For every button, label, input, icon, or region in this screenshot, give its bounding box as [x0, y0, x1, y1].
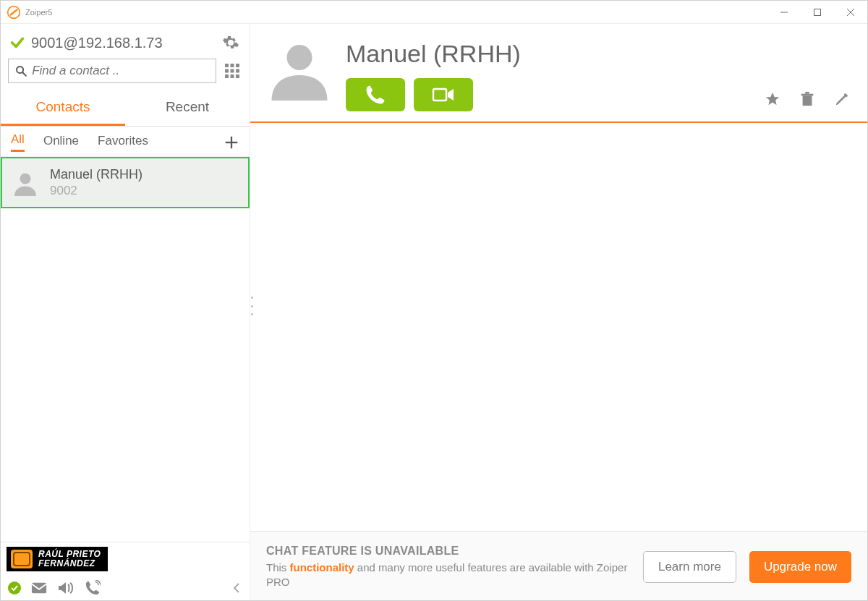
search-icon	[14, 64, 27, 78]
mail-icon[interactable]	[31, 581, 47, 594]
svg-rect-14	[231, 74, 234, 78]
svg-rect-2	[814, 9, 821, 15]
maximize-button[interactable]	[801, 1, 834, 24]
collapse-icon[interactable]	[231, 582, 242, 594]
plus-icon	[224, 135, 239, 150]
badge-line2: FERNÁNDEZ	[38, 559, 101, 568]
svg-point-20	[287, 45, 312, 70]
subtab-online[interactable]: Online	[43, 134, 79, 151]
svg-point-18	[20, 173, 31, 184]
dialpad-icon	[224, 62, 241, 80]
titlebar: Zoiper5	[1, 1, 867, 24]
tab-contacts[interactable]: Contacts	[1, 90, 125, 126]
contact-item[interactable]: Manuel (RRHH) 9002	[1, 157, 250, 208]
video-icon	[432, 86, 455, 103]
contact-detail-name: Manuel (RRHH)	[346, 40, 749, 68]
svg-rect-8	[231, 64, 234, 67]
edit-icon[interactable]	[834, 91, 850, 107]
add-contact-button[interactable]	[224, 135, 239, 150]
svg-rect-21	[433, 89, 446, 101]
svg-line-6	[22, 72, 26, 76]
upgrade-banner: CHAT FEATURE IS UNAVAILABLE This functio…	[250, 531, 867, 601]
favorite-icon[interactable]	[765, 91, 780, 107]
minimize-button[interactable]	[767, 1, 801, 24]
banner-title: CHAT FEATURE IS UNAVAILABLE	[266, 545, 630, 558]
account-online-icon	[9, 35, 25, 51]
svg-rect-13	[225, 74, 229, 78]
sidebar: 9001@192.168.1.73 Contacts Recent All On…	[1, 24, 250, 601]
avatar-icon	[12, 170, 38, 196]
svg-rect-9	[236, 64, 239, 67]
svg-rect-19	[32, 583, 46, 594]
window-title: Zoiper5	[25, 8, 52, 17]
subtab-favorites[interactable]: Favorites	[98, 134, 148, 151]
app-logo-icon	[7, 5, 21, 20]
brain-icon	[11, 550, 33, 568]
phone-icon	[365, 84, 386, 106]
contact-extension: 9002	[50, 184, 142, 198]
search-input[interactable]	[32, 64, 210, 78]
banner-subtitle: This functionality and many more useful …	[266, 560, 630, 589]
presence-online-icon[interactable]	[8, 581, 21, 594]
search-box[interactable]	[8, 59, 216, 83]
delete-icon[interactable]	[799, 91, 815, 107]
resize-handle[interactable]	[250, 297, 254, 315]
contact-avatar-icon	[269, 40, 330, 101]
main-panel: Manuel (RRHH) C	[250, 24, 867, 601]
video-call-button[interactable]	[414, 78, 473, 111]
contact-list: Manuel (RRHH) 9002	[1, 157, 250, 542]
svg-rect-12	[236, 69, 239, 73]
close-button[interactable]	[834, 1, 867, 24]
speaker-icon[interactable]	[57, 581, 75, 595]
author-badge: RAÚL PRIETOFERNÁNDEZ	[7, 547, 108, 571]
learn-more-button[interactable]: Learn more	[643, 551, 736, 583]
subtab-all[interactable]: All	[11, 132, 25, 152]
account-id[interactable]: 9001@192.168.1.73	[31, 35, 222, 51]
upgrade-now-button[interactable]: Upgrade now	[749, 551, 851, 583]
svg-rect-22	[803, 95, 812, 106]
tab-recent[interactable]: Recent	[125, 90, 250, 126]
svg-rect-23	[801, 94, 814, 96]
svg-rect-7	[225, 64, 229, 67]
svg-rect-10	[225, 69, 229, 73]
settings-icon[interactable]	[222, 34, 239, 51]
phone-settings-icon[interactable]	[85, 580, 101, 596]
contact-name: Manuel (RRHH)	[50, 167, 142, 182]
dialpad-button[interactable]	[222, 61, 242, 81]
svg-rect-24	[805, 92, 809, 94]
svg-rect-11	[231, 69, 234, 73]
svg-rect-15	[236, 74, 239, 78]
audio-call-button[interactable]	[346, 78, 405, 111]
